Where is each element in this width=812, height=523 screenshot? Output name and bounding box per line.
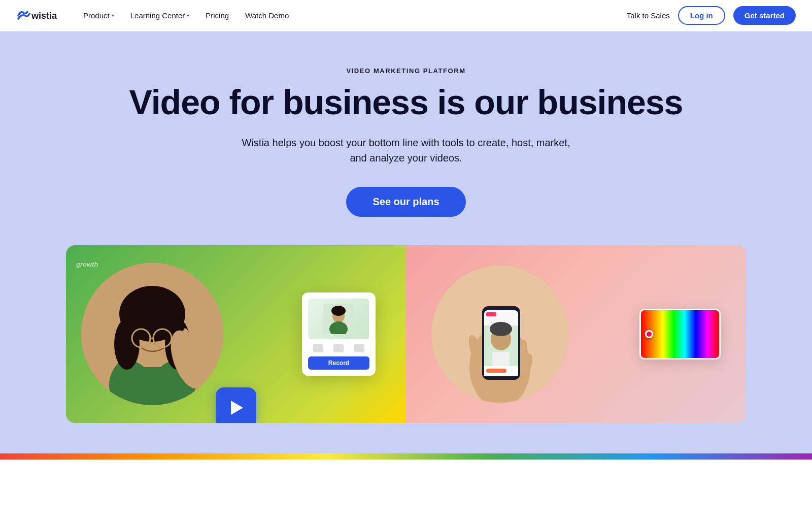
hero-section: VIDEO MARKETING PLATFORM Video for busin… xyxy=(0,31,812,453)
nav-links: Product ▾ Learning Center ▾ Pricing Watc… xyxy=(76,7,627,24)
hero-subtitle: Wistia helps you boost your bottom line … xyxy=(233,135,579,166)
nav-pricing[interactable]: Pricing xyxy=(198,7,236,24)
navbar: wistia Product ▾ Learning Center ▾ Prici… xyxy=(0,0,812,31)
nav-learning-center[interactable]: Learning Center ▾ xyxy=(123,7,197,24)
hero-title: Video for business is our business xyxy=(129,84,683,121)
mic-icon xyxy=(333,344,344,352)
svg-point-31 xyxy=(490,322,512,336)
svg-text:wistia: wistia xyxy=(31,11,57,21)
see-plans-button[interactable]: See our plans xyxy=(346,187,465,217)
record-preview xyxy=(308,299,369,339)
color-picker-dot xyxy=(645,330,653,338)
nav-product[interactable]: Product ▾ xyxy=(76,7,121,24)
settings-icon xyxy=(354,344,364,352)
nav-pricing-label: Pricing xyxy=(206,11,229,20)
chevron-down-icon: ▾ xyxy=(187,13,189,18)
record-card: Record xyxy=(302,292,376,376)
svg-rect-28 xyxy=(486,312,496,316)
hero-eyebrow: VIDEO MARKETING PLATFORM xyxy=(346,67,465,75)
showcase-left-panel: growth xyxy=(66,245,406,423)
get-started-button[interactable]: Get started xyxy=(733,6,796,25)
showcase-right-panel xyxy=(406,245,746,423)
login-button[interactable]: Log in xyxy=(678,6,725,25)
nav-watch-demo-label: Watch Demo xyxy=(245,11,289,20)
person-avatar-left xyxy=(81,263,223,405)
chevron-down-icon: ▾ xyxy=(112,13,114,18)
color-picker-rainbow xyxy=(641,310,719,358)
bottom-rainbow-bar xyxy=(0,453,812,460)
logo[interactable]: wistia xyxy=(16,9,62,23)
svg-point-14 xyxy=(202,335,208,349)
showcase-container: growth xyxy=(66,245,746,423)
play-icon xyxy=(231,401,243,415)
nav-product-label: Product xyxy=(83,11,110,20)
nav-right: Talk to Sales Log in Get started xyxy=(627,6,796,25)
phone-person-illustration xyxy=(431,266,568,403)
nav-watch-demo[interactable]: Watch Demo xyxy=(238,7,296,24)
growth-label: growth xyxy=(76,260,98,268)
svg-point-19 xyxy=(331,306,346,316)
camera-icon xyxy=(313,344,323,352)
person-silhouette xyxy=(81,263,223,405)
play-button[interactable] xyxy=(216,387,256,423)
svg-rect-34 xyxy=(486,369,506,373)
talk-to-sales-link[interactable]: Talk to Sales xyxy=(627,11,670,20)
svg-point-6 xyxy=(114,319,140,370)
record-icons xyxy=(308,344,369,352)
preview-person xyxy=(323,304,354,334)
person-with-phone-circle xyxy=(431,266,568,403)
nav-learning-center-label: Learning Center xyxy=(130,11,185,20)
record-button[interactable]: Record xyxy=(308,356,369,370)
svg-rect-32 xyxy=(492,352,510,366)
color-picker-card xyxy=(639,309,721,359)
wistia-logo-svg: wistia xyxy=(16,9,62,23)
